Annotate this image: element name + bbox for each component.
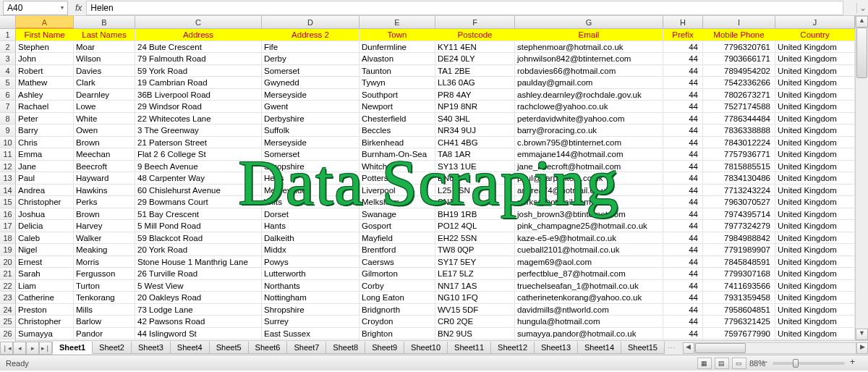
cell[interactable]: United Kingdom (775, 256, 855, 269)
cell[interactable]: Tywyn (359, 77, 435, 89)
cell[interactable]: Lowe (74, 101, 135, 113)
col-head-F[interactable]: F (435, 16, 515, 29)
cell[interactable]: 7542336266 (703, 77, 775, 89)
cell[interactable]: Clark (74, 77, 135, 89)
cell[interactable]: 44 (663, 101, 703, 113)
cell[interactable]: perks@hotmail.com (515, 196, 663, 208)
cell[interactable]: NE13 7JL (435, 339, 515, 340)
cell[interactable]: United Kingdom (775, 53, 855, 65)
cell[interactable]: 7843012224 (703, 137, 775, 149)
cell[interactable]: 26 Turville Road (135, 268, 262, 280)
cell[interactable]: 59 York Road (135, 65, 262, 77)
tab-nav-prev-icon[interactable]: ◂ (13, 342, 26, 355)
cell[interactable]: rachclowe@yahoo.co.uk (515, 101, 663, 113)
cell[interactable]: Northants (262, 280, 359, 292)
view-break-icon[interactable]: ▭ (732, 358, 746, 369)
cell[interactable]: United Kingdom (775, 185, 855, 197)
header-cell[interactable]: First Name (16, 29, 74, 41)
cell[interactable]: Hawkins (74, 185, 135, 197)
cell[interactable]: United Kingdom (775, 280, 855, 292)
cell[interactable]: 7958604851 (703, 304, 775, 316)
cell[interactable]: NG10 1FQ (435, 292, 515, 304)
header-cell[interactable]: Country (775, 29, 855, 41)
view-page-icon[interactable]: ▤ (715, 358, 729, 369)
cell[interactable]: Brighton (359, 328, 435, 340)
cell[interactable]: 44 (663, 339, 703, 340)
cell[interactable]: Peter (16, 113, 74, 125)
tab-nav-first-icon[interactable]: ❘◂ (0, 342, 13, 355)
name-box-dropdown-icon[interactable]: ▾ (61, 4, 64, 11)
cell[interactable]: 7411693566 (703, 280, 775, 292)
cell[interactable]: Gwynedd (262, 77, 359, 89)
cell[interactable]: Ernest (16, 256, 74, 269)
col-head-J[interactable]: J (775, 16, 855, 29)
cell[interactable]: United Kingdom (775, 196, 855, 208)
name-box[interactable]: A40 ▾ (3, 1, 68, 15)
cell[interactable]: 44 (663, 244, 703, 256)
cell[interactable]: BH19 1RB (435, 208, 515, 221)
sheet-tab[interactable]: Sheet12 (490, 342, 535, 354)
sheet-tab[interactable]: Sheet15 (621, 342, 665, 354)
cell[interactable]: Jane (16, 161, 74, 173)
cell[interactable]: Herts (262, 172, 359, 185)
cell[interactable]: Nottingham (262, 292, 359, 304)
sheet-tab[interactable]: Sheet9 (365, 342, 404, 354)
cell[interactable]: 24 Bute Crescent (135, 41, 262, 54)
cell[interactable]: 7845848591 (703, 256, 775, 269)
cell[interactable]: Mayfield (359, 232, 435, 245)
cell[interactable]: EN6 5 (435, 172, 515, 185)
hscroll-thumb[interactable] (695, 343, 746, 353)
sheet-tab[interactable]: Sheet2 (92, 342, 132, 354)
cell[interactable]: EH22 5SN (435, 232, 515, 245)
cell[interactable]: Long Eaton (359, 292, 435, 304)
row-head[interactable]: 4 (0, 65, 16, 77)
cell[interactable]: 44 (663, 268, 703, 280)
cell[interactable]: paul@carpenters.co.uk (515, 172, 663, 185)
cell[interactable]: United Kingdom (775, 137, 855, 149)
row-head[interactable]: 24 (0, 304, 16, 316)
header-cell[interactable]: Email (515, 29, 663, 41)
cell[interactable]: jane_beecroft@hotmail.com (515, 161, 663, 173)
cell[interactable]: United Kingdom (775, 101, 855, 113)
cell[interactable]: L25 2SN (435, 185, 515, 197)
cell[interactable]: United Kingdom (775, 124, 855, 137)
cell[interactable]: NR34 9UJ (435, 124, 515, 137)
cell[interactable]: 7791989907 (703, 244, 775, 256)
cell[interactable]: Sumayya (16, 328, 74, 340)
cell[interactable]: Middx (262, 244, 359, 256)
cell[interactable]: 7796321425 (703, 316, 775, 328)
cell[interactable]: sumayya.pandor@hotmail.co.uk (515, 328, 663, 340)
cell[interactable]: 7836338888 (703, 124, 775, 137)
cell[interactable]: United Kingdom (775, 161, 855, 173)
cell[interactable]: Delicia (16, 220, 74, 232)
cell[interactable]: Hayward (74, 172, 135, 185)
cell[interactable]: 44 (663, 89, 703, 101)
cell[interactable]: John (16, 53, 74, 65)
cell[interactable]: Beecroft (74, 161, 135, 173)
header-cell[interactable]: Mobile Phone (703, 29, 775, 41)
cell[interactable]: Potters (359, 172, 435, 185)
cell[interactable]: 7796320761 (703, 41, 775, 54)
cell[interactable]: 22 Whitecotes Lane (135, 113, 262, 125)
cell[interactable]: LL36 0AG (435, 77, 515, 89)
cell[interactable]: Somerset (262, 148, 359, 161)
cell[interactable]: 20 Oakleys Road (135, 292, 262, 304)
cell[interactable]: Gilmorton (359, 268, 435, 280)
cell[interactable]: 44 (663, 113, 703, 125)
row-head[interactable]: 23 (0, 292, 16, 304)
cell[interactable]: Barry (16, 124, 74, 137)
cell[interactable]: BN2 9US (435, 328, 515, 340)
cell[interactable]: United Kingdom (775, 148, 855, 161)
cell[interactable]: Croydon (359, 316, 435, 328)
cell[interactable]: Caleb (16, 232, 74, 245)
sheet-tab[interactable]: Sheet10 (404, 342, 448, 354)
cell[interactable]: Fife (262, 41, 359, 54)
cell[interactable]: 7931359458 (703, 292, 775, 304)
cell[interactable]: Dorset (262, 208, 359, 221)
cell[interactable]: S40 3HL (435, 113, 515, 125)
cell[interactable]: 44 (663, 185, 703, 197)
sheet-tab[interactable]: Sheet4 (170, 342, 210, 354)
cell[interactable]: United Kingdom (775, 89, 855, 101)
row-head[interactable]: 3 (0, 53, 16, 65)
sheet-tab[interactable]: Sheet7 (286, 342, 326, 354)
